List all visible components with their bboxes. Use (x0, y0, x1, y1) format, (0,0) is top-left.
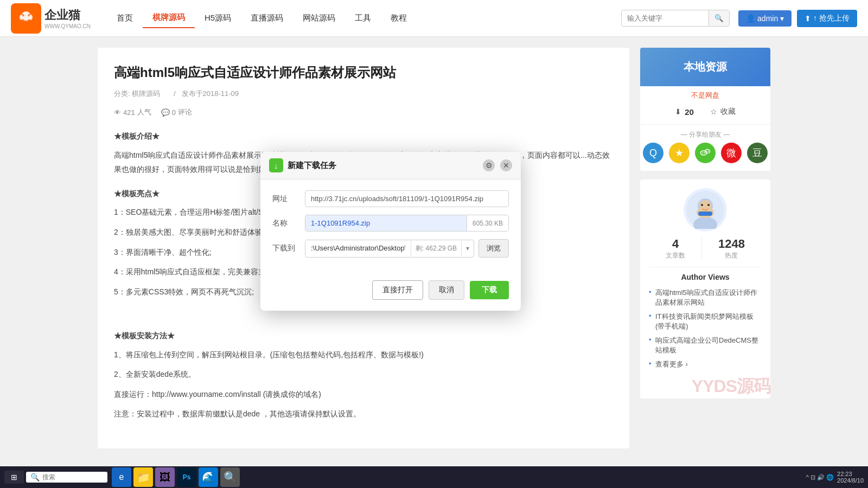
cancel-button[interactable]: 取消 (429, 280, 464, 300)
download-icon: ⬇ (675, 107, 681, 116)
download-dialog: ↓ 新建下载任务 ⚙ ✕ 网址 名称 605.30 KB 下载到 (260, 152, 521, 311)
author-avatar (684, 188, 727, 232)
eye-icon: 👁 (114, 108, 121, 117)
author-views-title: Author Views (649, 273, 762, 281)
path-space: 剩: 462.29 GB (411, 240, 461, 257)
path-dropdown-icon[interactable]: ▾ (461, 241, 474, 256)
nav-search: 🔍 (621, 10, 730, 27)
share-icons: Q ★ 微 豆 (640, 143, 770, 171)
svg-point-4 (29, 15, 33, 20)
comments-label: 评论 (178, 107, 192, 117)
upload-button[interactable]: ⬆ ↑ 抢先上传 (797, 10, 857, 27)
dialog-controls: ⚙ ✕ (483, 159, 512, 171)
download-count-item[interactable]: ⬇ 20 (675, 107, 694, 117)
dialog-close-button[interactable]: ✕ (500, 159, 512, 171)
article-category: 棋牌源码 (132, 89, 160, 98)
share-douban-button[interactable]: 豆 (747, 143, 768, 163)
svg-point-17 (701, 204, 703, 206)
navbar: 企业猫 WWW.QYMAO.CN 首页 棋牌源码 H5源码 直播源码 网站源码 … (0, 0, 868, 37)
collect-label: 收藏 (720, 107, 736, 117)
dialog-url-row: 网址 (272, 190, 509, 207)
url-label: 网址 (272, 194, 305, 204)
download-button[interactable]: 下载 (470, 281, 509, 299)
nav-h5[interactable]: H5源码 (195, 9, 241, 28)
nav-tutorial[interactable]: 教程 (381, 9, 417, 28)
dialog-settings-button[interactable]: ⚙ (483, 159, 495, 171)
collect-item[interactable]: ☆ 收藏 (710, 107, 736, 117)
install-note: 注意：安装过程中，数据库前缀默认是dede ，其他选项请保持默认设置。 (114, 407, 613, 421)
search-input[interactable] (622, 11, 709, 25)
nav-home[interactable]: 首页 (107, 9, 143, 28)
url-input[interactable] (305, 190, 509, 207)
logo-area[interactable]: 企业猫 WWW.QYMAO.CN (11, 3, 91, 34)
intro-heading: ★模板介绍★ (114, 129, 613, 144)
nav-live[interactable]: 直播源码 (241, 9, 293, 28)
share-star-button[interactable]: ★ (669, 143, 690, 163)
install-heading: ★模板安装方法★ (114, 329, 613, 343)
svg-point-9 (706, 151, 707, 152)
yyds-watermark: YYDS源码 (692, 375, 770, 399)
comments-stat: 💬 0 评论 (161, 107, 192, 117)
dialog-body: 网址 名称 605.30 KB 下载到 剩: 462.29 GB ▾ 浏览 (260, 179, 521, 277)
author-links-list: 高端html5响应式自适应设计师作品素材展示网站 IT科技资讯新闻类织梦网站模板… (649, 286, 762, 371)
nav-user: 👤 admin ▾ ⬆ ↑ 抢先上传 (738, 10, 857, 27)
nav-chess[interactable]: 棋牌源码 (143, 8, 195, 28)
nav-links: 首页 棋牌源码 H5源码 直播源码 网站源码 工具 教程 (107, 8, 621, 28)
author-link-3[interactable]: 响应式高端企业公司DedeCMS整站模板 (649, 333, 762, 357)
comments-count: 0 (172, 108, 176, 117)
share-qq-button[interactable]: Q (643, 143, 663, 163)
share-weibo-button[interactable]: 微 (721, 143, 742, 163)
filename-input[interactable] (305, 215, 467, 231)
article-stats: 👁 421 人气 💬 0 评论 (114, 107, 613, 117)
logo-sub: WWW.QYMAO.CN (44, 23, 91, 29)
article-meta: 分类: 棋牌源码 / 发布于2018-11-09 (114, 89, 613, 99)
article-count: 4 文章数 (666, 237, 685, 260)
name-label: 名称 (272, 219, 305, 228)
svg-point-3 (20, 15, 23, 20)
svg-point-10 (708, 151, 709, 152)
user-avatar-icon: 👤 (746, 14, 755, 23)
browse-button[interactable]: 浏览 (478, 239, 509, 258)
author-link-1[interactable]: 高端html5响应式自适应设计师作品素材展示网站 (649, 286, 762, 310)
svg-rect-16 (698, 211, 712, 216)
heat-count-label: 热度 (718, 251, 745, 260)
star-icon: ☆ (710, 107, 717, 116)
user-label: admin ▾ (757, 14, 784, 23)
author-stats: 4 文章数 1248 热度 (649, 237, 762, 267)
author-link-more[interactable]: 查看更多 › (649, 357, 762, 371)
svg-point-7 (704, 152, 705, 153)
views-count: 421 (123, 108, 135, 117)
logo-text: 企业猫 (44, 7, 91, 23)
sidebar-local-resource: 本地资源 不是网盘 ⬇ 20 ☆ 收藏 — 分享给朋友 — Q ★ 微 (640, 48, 770, 171)
local-resource-button[interactable]: 本地资源 (640, 48, 770, 86)
save-path-input[interactable] (305, 241, 411, 256)
dialog-app-icon: ↓ (269, 158, 283, 172)
install-step-1: 1、将压缩包上传到空间，解压到网站根目录。(压缩包包括整站代码,包括程序、数据与… (114, 348, 613, 362)
heat-count-num: 1248 (718, 237, 745, 251)
direct-open-button[interactable]: 直接打开 (372, 280, 423, 300)
search-button[interactable]: 🔍 (709, 10, 729, 26)
dialog-title-area: ↓ 新建下载任务 (269, 158, 336, 172)
filename-wrap: 605.30 KB (305, 215, 509, 232)
heat-count: 1248 热度 (718, 237, 745, 260)
sidebar: 本地资源 不是网盘 ⬇ 20 ☆ 收藏 — 分享给朋友 — Q ★ 微 (640, 48, 770, 448)
dialog-name-row: 名称 605.30 KB (272, 215, 509, 232)
install-run: 直接运行：http://www.yourname.com/install (请换… (114, 387, 613, 402)
article-count-label: 文章数 (666, 251, 685, 260)
user-menu-button[interactable]: 👤 admin ▾ (738, 10, 792, 27)
nav-website[interactable]: 网站源码 (293, 9, 345, 28)
not-netdisk-label: 不是网盘 (640, 86, 770, 102)
dialog-header: ↓ 新建下载任务 ⚙ ✕ (260, 152, 521, 179)
path-wrap: 剩: 462.29 GB ▾ (305, 240, 474, 258)
download-count: 20 (685, 107, 694, 117)
dialog-footer: 直接打开 取消 下载 (260, 277, 521, 311)
save-label: 下载到 (272, 243, 305, 253)
author-link-2[interactable]: IT科技资讯新闻类织梦网站模板(带手机端) (649, 310, 762, 333)
dialog-title: 新建下载任务 (288, 160, 336, 171)
svg-point-6 (703, 152, 704, 153)
share-wechat-button[interactable] (695, 143, 716, 163)
article-date: 发布于2018-11-09 (182, 89, 239, 98)
views-label: 人气 (137, 107, 151, 117)
nav-tools[interactable]: 工具 (345, 9, 381, 28)
filesize-label: 605.30 KB (467, 216, 508, 231)
